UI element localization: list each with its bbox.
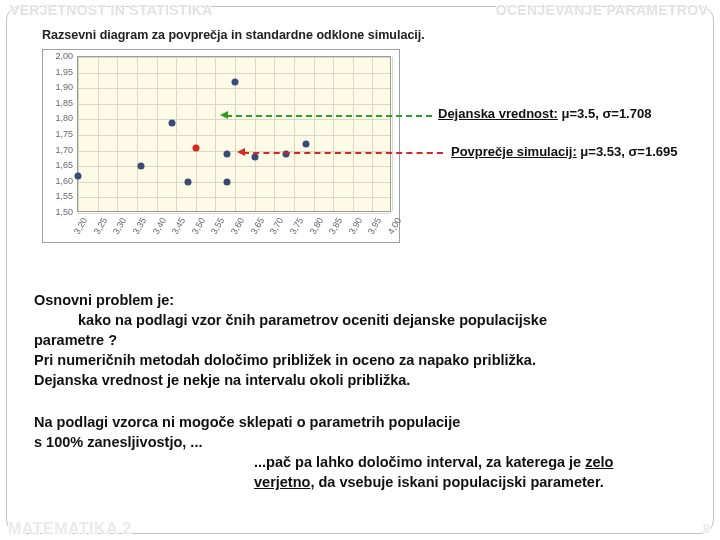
- grid-h: [78, 166, 390, 167]
- subtitle: Razsevni diagram za povprečja in standar…: [42, 28, 425, 42]
- grid-v: [137, 57, 138, 211]
- grid-h: [78, 213, 390, 214]
- x-tick: 3,75: [288, 216, 305, 236]
- x-tick: 3,70: [268, 216, 285, 236]
- grid-h: [78, 119, 390, 120]
- grid-h: [78, 73, 390, 74]
- data-point: [169, 119, 176, 126]
- y-tick: 1,65: [43, 160, 73, 170]
- data-point: [302, 141, 309, 148]
- grid-h: [78, 104, 390, 105]
- p2c-line2: verjetno, da vsebuje iskani populacijski…: [34, 472, 696, 492]
- grid-v: [215, 57, 216, 211]
- header-left: VERJETNOST IN STATISTIKA: [10, 2, 213, 18]
- body-block-2: Na podlagi vzorca ni mogoče sklepati o p…: [34, 412, 696, 492]
- data-point: [224, 178, 231, 185]
- y-tick: 2,00: [43, 51, 73, 61]
- header-right: OCENJEVANJE PARAMETROV: [496, 2, 708, 18]
- grid-v: [196, 57, 197, 211]
- p1e: Dejanska vrednost je nekje na intervalu …: [34, 370, 684, 390]
- data-point: [137, 163, 144, 170]
- arrow-povprecje: [243, 152, 443, 154]
- x-tick: 3,95: [366, 216, 383, 236]
- grid-v: [353, 57, 354, 211]
- grid-v: [78, 57, 79, 211]
- label-povprecje-prefix: Povprečje simulacij:: [451, 144, 577, 159]
- y-tick: 1,90: [43, 82, 73, 92]
- grid-v: [157, 57, 158, 211]
- y-tick: 1,70: [43, 145, 73, 155]
- grid-v: [98, 57, 99, 211]
- p2b: s 100% zanesljivostjo, ...: [34, 432, 696, 452]
- x-tick: 3,25: [91, 216, 108, 236]
- grid-h: [78, 135, 390, 136]
- p2a: Na podlagi vzorca ni mogoče sklepati o p…: [34, 412, 696, 432]
- x-tick: 3,80: [307, 216, 324, 236]
- x-tick: 3,60: [229, 216, 246, 236]
- x-tick: 3,45: [170, 216, 187, 236]
- p2c1: ...pač pa lahko določimo interval, za ka…: [254, 454, 585, 470]
- header: VERJETNOST IN STATISTIKA OCENJEVANJE PAR…: [0, 0, 720, 18]
- p2c4: , da vsebuje iskani populacijski paramet…: [310, 474, 603, 490]
- grid-v: [176, 57, 177, 211]
- grid-v: [294, 57, 295, 211]
- data-point: [192, 145, 199, 152]
- label-dejanska-vals: μ=3.5, σ=1.708: [558, 106, 651, 121]
- grid-v: [274, 57, 275, 211]
- x-tick: 3,90: [346, 216, 363, 236]
- grid-v: [255, 57, 256, 211]
- x-tick: 3,30: [111, 216, 128, 236]
- grid-v: [314, 57, 315, 211]
- label-dejanska: Dejanska vrednost: μ=3.5, σ=1.708: [438, 106, 651, 121]
- grid-v: [392, 57, 393, 211]
- p1b: kako na podlagi vzor čnih parametrov oce…: [34, 310, 684, 330]
- grid-h: [78, 197, 390, 198]
- x-tick: 3,40: [150, 216, 167, 236]
- label-povprecje: Povprečje simulacij: μ=3.53, σ=1.695: [451, 144, 677, 159]
- y-tick: 1,75: [43, 129, 73, 139]
- data-point: [184, 178, 191, 185]
- data-point: [224, 150, 231, 157]
- data-point: [232, 78, 239, 85]
- p1d: Pri numeričnih metodah določimo približe…: [34, 350, 684, 370]
- label-dejanska-prefix: Dejanska vrednost:: [438, 106, 558, 121]
- x-tick: 3,35: [131, 216, 148, 236]
- grid-h: [78, 182, 390, 183]
- y-tick: 1,50: [43, 207, 73, 217]
- data-point: [251, 153, 258, 160]
- y-tick: 1,85: [43, 98, 73, 108]
- y-tick: 1,60: [43, 176, 73, 186]
- p2c-line1: ...pač pa lahko določimo interval, za ka…: [34, 452, 696, 472]
- grid-v: [372, 57, 373, 211]
- x-tick: 3,50: [189, 216, 206, 236]
- p1c: parametre ?: [34, 330, 684, 350]
- arrow-head-povprecje: [237, 148, 245, 156]
- p2c3: verjetno: [254, 474, 310, 490]
- label-povprecje-vals: μ=3.53, σ=1.695: [577, 144, 678, 159]
- scatter-chart: 2,001,951,901,851,801,751,701,651,601,55…: [42, 49, 400, 243]
- p1a: Osnovni problem je:: [34, 290, 684, 310]
- plot-area: [77, 56, 391, 212]
- x-tick: 3,55: [209, 216, 226, 236]
- y-tick: 1,95: [43, 67, 73, 77]
- arrow-dejanska: [226, 115, 432, 117]
- body-block-1: Osnovni problem je: kako na podlagi vzor…: [34, 290, 684, 390]
- p2c2: zelo: [585, 454, 613, 470]
- footer-left: MATEMATIKA 2: [8, 520, 132, 538]
- grid-v: [117, 57, 118, 211]
- grid-v: [333, 57, 334, 211]
- x-tick: 3,65: [248, 216, 265, 236]
- grid-h: [78, 57, 390, 58]
- y-tick: 1,80: [43, 113, 73, 123]
- y-tick: 1,55: [43, 191, 73, 201]
- arrow-head-dejanska: [220, 111, 228, 119]
- x-tick: 3,20: [72, 216, 89, 236]
- data-point: [75, 172, 82, 179]
- page-number: 8: [703, 521, 710, 536]
- grid-h: [78, 88, 390, 89]
- x-tick: 3,85: [327, 216, 344, 236]
